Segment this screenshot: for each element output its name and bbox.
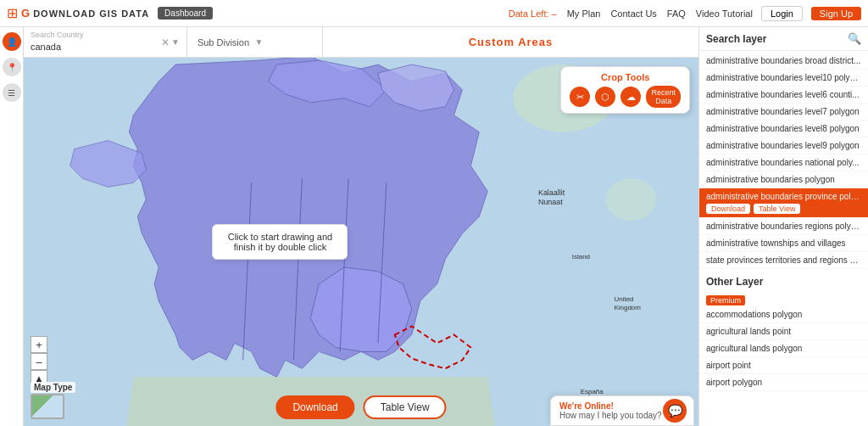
layer-item[interactable]: administrative boundaries broad district… (699, 53, 868, 70)
premium-badge: Premium (706, 295, 745, 305)
cloud-icon-button[interactable]: ☁ (620, 87, 641, 107)
layer-item[interactable]: administrative boundaries polygon (699, 171, 868, 188)
map-type-label: Map Type (31, 382, 75, 393)
svg-text:Kalaallit: Kalaallit (538, 188, 565, 197)
search-country-label: Search Country (31, 31, 84, 39)
left-sidebar: 👤 📍 ☰ (0, 27, 24, 426)
layer-action-buttons: DownloadTable View (706, 204, 861, 214)
top-navigation: ⊞ G DOWNLOAD GIS DATA Dashboard Data Lef… (0, 0, 868, 27)
faq-link[interactable]: FAQ (667, 8, 686, 19)
crop-tools-icons: ✂ ⬡ ☁ RecentData (570, 86, 681, 108)
layer-item[interactable]: administrative boundaries level6 counti.… (699, 87, 868, 104)
search-layer-title: Search layer (706, 33, 766, 45)
recent-data-button[interactable]: RecentData (646, 86, 681, 108)
chat-icon-button[interactable]: 💬 (663, 399, 687, 423)
layer-item[interactable]: administrative boundaries level7 polygon (699, 104, 868, 121)
layer-item[interactable]: administrative townships and villages (699, 235, 868, 252)
location-icon[interactable]: 📍 (3, 58, 21, 76)
logo-g: G (21, 7, 30, 20)
layer-item[interactable]: administrative boundaries province poly.… (699, 188, 868, 218)
tooltip-text: Click to start drawing and finish it by … (228, 232, 333, 252)
table-view-button[interactable]: Table View (364, 395, 447, 419)
map-type-control: Map Type (31, 378, 75, 419)
clear-search-button[interactable]: ✕ (161, 36, 170, 48)
svg-text:Kingdom: Kingdom (615, 304, 642, 311)
svg-text:Island: Island (572, 253, 590, 261)
zoom-out-button[interactable]: – (31, 353, 47, 370)
map-area[interactable]: Kalaallit Nunaat United Kingdom Island E… (24, 58, 698, 426)
download-button[interactable]: Download (275, 395, 354, 419)
signup-button[interactable]: Sign Up (811, 7, 861, 20)
other-layer-item[interactable]: accommodations polygon (699, 306, 868, 323)
contact-us-link[interactable]: Contact Us (610, 8, 656, 19)
my-plan-link[interactable]: My Plan (567, 8, 601, 19)
search-layer-icon[interactable]: 🔍 (848, 32, 861, 45)
content-area: Search Country ✕ ▼ Sub Division ▼ Custom… (24, 27, 698, 426)
logo: ⊞ G DOWNLOAD GIS DATA (7, 5, 149, 21)
right-panel: Search layer 🔍 administrative boundaries… (698, 27, 868, 426)
menu-icon[interactable]: ☰ (3, 83, 21, 102)
layer-item[interactable]: administrative boundaries level9 polygon (699, 137, 868, 154)
svg-text:Nunaat: Nunaat (538, 198, 563, 206)
layer-item[interactable]: administrative boundaries level8 polygon (699, 121, 868, 137)
zoom-in-button[interactable]: + (31, 336, 47, 353)
polygon-icon-button[interactable]: ⬡ (595, 87, 615, 107)
custom-areas-label: Custom Areas (469, 36, 554, 48)
crop-tools-title: Crop Tools (570, 72, 681, 82)
bottom-action-buttons: Download Table View (275, 395, 446, 419)
other-layer-item[interactable]: airport polygon (699, 374, 868, 391)
map-tooltip: Click to start drawing and finish it by … (212, 224, 348, 260)
layer-download-button[interactable]: Download (706, 204, 750, 214)
svg-text:España: España (581, 388, 604, 395)
other-layer-header: Other Layer (699, 269, 868, 291)
login-button[interactable]: Login (761, 6, 803, 21)
logo-text: DOWNLOAD GIS DATA (33, 8, 149, 19)
other-layer-item[interactable]: agricultural lands polygon (699, 340, 868, 357)
subdivision-arrow-icon: ▼ (254, 37, 312, 47)
layer-item[interactable]: administrative boundaries regions polyg.… (699, 218, 868, 235)
layer-list: administrative boundaries broad district… (699, 51, 868, 426)
layer-item[interactable]: state provinces territories and regions … (699, 252, 868, 269)
other-layer-item[interactable]: agricultural lands point (699, 323, 868, 340)
nav-links: Data Left: – My Plan Contact Us FAQ Vide… (509, 8, 753, 19)
subdivision-label: Sub Division (198, 37, 255, 48)
video-tutorial-link[interactable]: Video Tutorial (696, 8, 753, 19)
search-country-input[interactable] (31, 42, 158, 52)
custom-areas-section: Custom Areas (323, 27, 698, 57)
svg-point-2 (606, 178, 657, 221)
layer-item[interactable]: administrative boundaries national poly.… (699, 154, 868, 171)
search-layer-header: Search layer 🔍 (699, 27, 868, 51)
dashboard-button[interactable]: Dashboard (158, 7, 213, 20)
search-bar: Search Country ✕ ▼ Sub Division ▼ Custom… (24, 27, 698, 58)
other-layer-item[interactable]: airport point (699, 357, 868, 374)
crop-icon-button[interactable]: ✂ (570, 87, 590, 107)
search-dropdown-arrow[interactable]: ▼ (171, 37, 180, 47)
map-thumbnail[interactable] (31, 394, 64, 419)
chat-box: We're Online! How may I help you today? … (550, 395, 694, 426)
crop-tools-panel: Crop Tools ✂ ⬡ ☁ RecentData (560, 66, 690, 114)
user-icon[interactable]: 👤 (3, 32, 21, 51)
layer-table-view-button[interactable]: Table View (754, 204, 800, 214)
subdivision-dropdown[interactable]: Sub Division ▼ (187, 27, 323, 57)
country-search-section: Search Country ✕ ▼ (24, 27, 187, 57)
data-left-link[interactable]: Data Left: – (509, 8, 557, 19)
logo-grid-icon: ⊞ (7, 5, 18, 21)
main-content: 👤 📍 ☰ Search Country ✕ ▼ Sub Division ▼ … (0, 27, 868, 426)
layer-item[interactable]: administrative boundaries level10 polygo… (699, 70, 868, 87)
svg-text:United: United (615, 295, 634, 303)
